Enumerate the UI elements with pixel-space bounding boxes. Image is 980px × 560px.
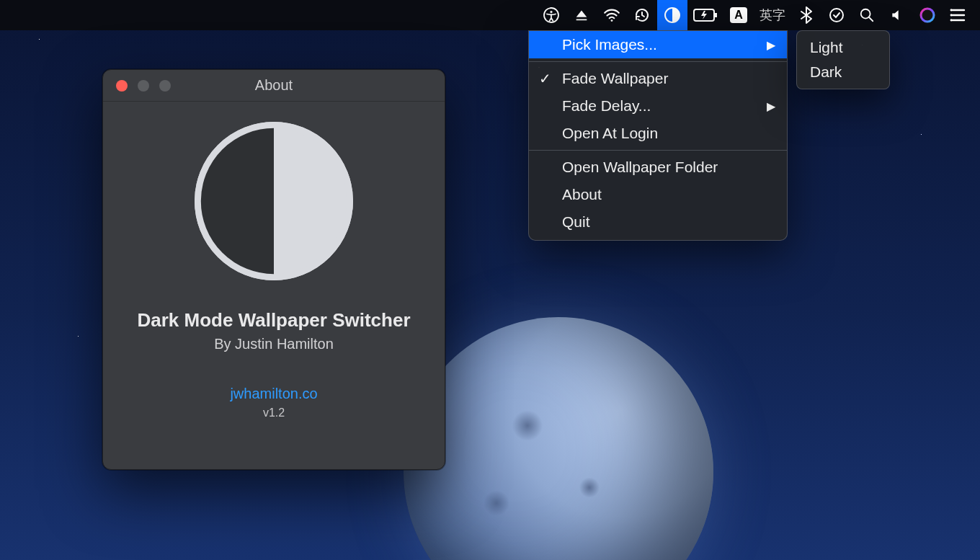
svg-point-15 xyxy=(950,19,953,22)
volume-icon[interactable] xyxy=(882,0,912,30)
accessibility-icon[interactable] xyxy=(536,0,566,30)
window-controls xyxy=(103,80,171,92)
menu-item-label: Open Wallpaper Folder xyxy=(562,159,718,176)
about-window: About Dark Mode Wallpaper Switcher By Ju… xyxy=(102,69,445,470)
svg-point-1 xyxy=(550,11,552,13)
menu-item-open-at-login[interactable]: Open At Login xyxy=(529,120,787,147)
app-menu: Pick Images... ▶ ✓ Fade Wallpaper Fade D… xyxy=(528,30,788,241)
menu-item-fade-delay[interactable]: Fade Delay... ▶ xyxy=(529,92,787,120)
menu-item-quit[interactable]: Quit xyxy=(529,208,787,236)
menu-item-label: Fade Delay... xyxy=(562,97,651,115)
about-body: Dark Mode Wallpaper Switcher By Justin H… xyxy=(103,102,445,419)
submenu-item-label: Dark xyxy=(810,63,842,81)
svg-point-13 xyxy=(950,9,953,12)
menu-bar: A 英字 xyxy=(0,0,980,30)
menu-item-label: Open At Login xyxy=(562,125,658,142)
battery-charging-icon[interactable] xyxy=(687,0,723,30)
svg-rect-5 xyxy=(715,13,717,17)
window-minimize-button xyxy=(138,80,149,92)
svg-point-14 xyxy=(950,14,953,17)
wifi-icon[interactable] xyxy=(597,0,627,30)
dark-mode-switcher-icon[interactable] xyxy=(657,0,687,30)
submenu-arrow-icon: ▶ xyxy=(767,99,775,113)
menu-item-label: About xyxy=(562,186,602,203)
menu-item-label: Quit xyxy=(562,213,590,231)
siri-icon[interactable] xyxy=(912,0,943,30)
menu-item-about[interactable]: About xyxy=(529,181,787,208)
desktop-wallpaper-moon xyxy=(404,317,713,560)
notification-center-icon[interactable] xyxy=(943,0,973,30)
window-close-button[interactable] xyxy=(116,80,128,92)
app-website-link[interactable]: jwhamilton.co xyxy=(230,386,317,402)
bluetooth-icon[interactable] xyxy=(791,0,821,30)
app-byline: By Justin Hamilton xyxy=(214,336,334,352)
checkmark-icon: ✓ xyxy=(539,70,551,87)
submenu-item-label: Light xyxy=(810,39,843,56)
menu-separator xyxy=(529,150,787,151)
submenu-arrow-icon: ▶ xyxy=(767,38,775,52)
timemachine-icon[interactable] xyxy=(627,0,657,30)
menu-item-label: Pick Images... xyxy=(562,36,657,53)
spotlight-search-icon[interactable] xyxy=(852,0,882,30)
window-zoom-button xyxy=(159,80,171,92)
pick-images-submenu: Light Dark xyxy=(796,30,890,89)
app-icon xyxy=(195,122,353,280)
eject-icon[interactable] xyxy=(566,0,597,30)
app-version: v1.2 xyxy=(263,406,285,419)
menu-item-label: Fade Wallpaper xyxy=(562,70,668,87)
submenu-item-dark[interactable]: Dark xyxy=(797,60,889,84)
about-titlebar[interactable]: About xyxy=(103,70,445,102)
menu-item-pick-images[interactable]: Pick Images... ▶ xyxy=(529,31,787,58)
svg-point-2 xyxy=(611,19,613,22)
submenu-item-light[interactable]: Light xyxy=(797,35,889,60)
menu-item-fade-wallpaper[interactable]: ✓ Fade Wallpaper xyxy=(529,65,787,92)
input-source-text[interactable]: 英字 xyxy=(754,0,791,30)
clock-icon[interactable] xyxy=(821,0,852,30)
input-source-badge[interactable]: A xyxy=(723,0,754,30)
svg-point-6 xyxy=(830,9,843,22)
menu-separator xyxy=(529,61,787,62)
app-name: Dark Mode Wallpaper Switcher xyxy=(137,309,410,332)
menu-item-open-wallpaper-folder[interactable]: Open Wallpaper Folder xyxy=(529,154,787,181)
